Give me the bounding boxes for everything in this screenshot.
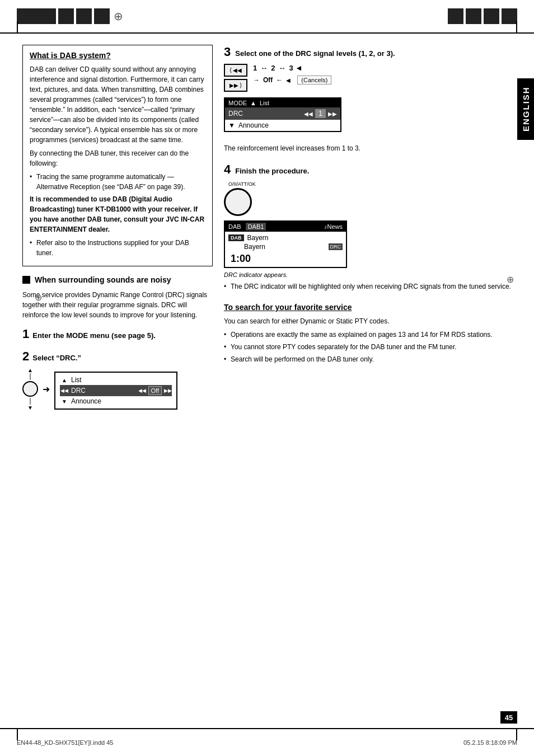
bar-r3 — [484, 8, 499, 24]
step-2-number: 2 — [22, 349, 29, 364]
up-arrow-icon: ▲ — [27, 367, 33, 373]
left-column: What is DAB system? DAB can deliver CD q… — [22, 45, 213, 419]
bottom-line-left — [17, 729, 18, 740]
right-cross-symbol: ⊕ — [507, 274, 514, 285]
left-arrows-1: ◀◀ — [233, 67, 242, 73]
arrow-right-indicator: ◀ — [286, 77, 291, 83]
announce-down-icon: ▼ — [60, 398, 69, 405]
seq-3: 3 — [289, 64, 293, 72]
drc-nav-r: ▶▶ — [164, 388, 172, 393]
bar1 — [17, 8, 56, 24]
mode-display-3: MODE ▲ List DRC ◀◀ 1 ▶▶ ▼ Announce — [224, 97, 341, 132]
dab-icon: DAB — [228, 234, 244, 241]
drc-nav-l: ◀◀ — [138, 388, 146, 393]
english-label: ENGLISH — [521, 87, 531, 132]
oii-row — [224, 188, 252, 216]
top-strip: ⊕ — [0, 0, 534, 34]
announce-label: Announce — [71, 397, 101, 405]
right-column: 3 Select one of the DRC signal levels (1… — [224, 45, 512, 419]
mode-header-3: MODE ▲ List — [225, 98, 340, 107]
bar-r1 — [448, 8, 463, 24]
drc-row-drc: ◀◀ DRC ◀◀ Off ▶▶ — [60, 385, 172, 396]
dab-channel: DAB1 — [246, 223, 266, 231]
bottom-strip: EN44-48_KD-SHX751[EY]I.indd 45 05.2.15 8… — [0, 728, 534, 756]
vol-up-icon: ⟩ — [240, 82, 242, 89]
step-4-header: 4 Finish the procedure. — [224, 162, 512, 177]
search-intro: You can search for either Dynamic or Sta… — [224, 316, 512, 326]
ctrl-btn-2: ▶▶ ⟩ — [224, 79, 247, 92]
step-3-header: 3 Select one of the DRC signal levels (1… — [224, 45, 512, 59]
drc-off-value: Off — [148, 386, 162, 395]
step-1: 1 Enter the MODE menu (see page 5). — [22, 327, 213, 341]
left-cross-symbol: ⊕ — [35, 292, 42, 303]
mode-nav-right: ▶▶ — [328, 111, 337, 117]
left-arrow-off: ← — [276, 76, 283, 84]
when-noisy-title: When surrounding sounds are noisy — [22, 275, 213, 284]
drc-nav-button — [22, 381, 38, 397]
seq-arrow-1: ↔ — [260, 64, 268, 72]
date-info: 05.2.15 8:18:09 PM — [463, 739, 517, 746]
reinforce-text: The reinforcement level increases from 1… — [224, 143, 512, 153]
mode-nav-left: ◀◀ — [304, 111, 313, 117]
step-2-header: 2 Select “DRC.” — [22, 349, 213, 364]
search-bullet-3: Search will be performed on the DAB tune… — [224, 354, 512, 364]
file-info: EN44-48_KD-SHX751[EY]I.indd 45 — [17, 739, 113, 746]
step-3: 3 Select one of the DRC signal levels (1… — [224, 45, 512, 132]
bar-r2 — [466, 8, 481, 24]
signal-controls-row: ⟨ ◀◀ ▶▶ ⟩ 1 ↔ 2 ↔ — [224, 64, 512, 92]
dab-header-row: DAB DAB1 ♪News — [225, 222, 346, 232]
cancels-label: (Cancels) — [301, 77, 327, 83]
news-badge: ♪News — [324, 223, 343, 230]
english-tab: ENGLISH — [517, 78, 534, 140]
seq-1: 1 — [253, 64, 257, 72]
cancels-badge: (Cancels) — [297, 76, 331, 84]
step-2: 2 Select “DRC.” ▲ ▼ — [22, 349, 213, 411]
top-line-left — [17, 21, 18, 32]
drc-display: ▲ List ◀◀ DRC ◀◀ Off ▶▶ — [54, 372, 177, 410]
drc-arrow-down: ▼ — [27, 398, 33, 411]
drc-badge: DRC — [329, 243, 343, 250]
control-buttons: ⟨ ◀◀ ▶▶ ⟩ — [224, 64, 247, 92]
mode-announce-icon: ▼ — [228, 121, 235, 129]
dab-icon-row: DAB Bayern — [228, 234, 343, 242]
mode-drc-nav: ◀◀ 1 ▶▶ — [304, 109, 337, 118]
dab-program-2-row: Bayern DRC — [228, 243, 343, 251]
step-3-number: 3 — [224, 45, 231, 59]
bar4 — [94, 8, 110, 24]
seq-arrow-2: ↔ — [278, 64, 285, 72]
search-bullet-2: You cannot store PTY codes separately fo… — [224, 342, 512, 352]
search-title: To search for your favorite service — [224, 303, 512, 312]
list-label: List — [71, 376, 82, 384]
when-noisy-text: Some service provides Dynamic Range Cont… — [22, 290, 213, 320]
arrow-line-down — [30, 398, 31, 405]
mode-list-label: List — [260, 100, 269, 106]
right-arrow-icon: ➜ — [43, 384, 50, 395]
what-is-dab-title: What is DAB system? — [30, 51, 205, 60]
oii-label: O/II/ATT/OK — [228, 181, 256, 187]
mode-announce-row: ▼ Announce — [225, 120, 340, 131]
mode-announce-label: Announce — [238, 121, 269, 129]
signal-select-diagram: ⟨ ◀◀ ▶▶ ⟩ 1 ↔ 2 ↔ — [224, 64, 512, 92]
main-content: What is DAB system? DAB can deliver CD q… — [0, 34, 534, 463]
page-number: 45 — [500, 711, 517, 724]
dab-display: DAB DAB1 ♪News DAB Bayern Bayern DRC 1:0… — [224, 220, 347, 268]
dab-bullet-2: Refer also to the Instructions supplied … — [30, 238, 205, 258]
step-4-number: 4 — [224, 162, 231, 177]
step-1-number: 1 — [22, 327, 29, 341]
dab-bold-paragraph: It is recommended to use DAB (Digital Au… — [30, 194, 205, 234]
oii-circle-button[interactable] — [224, 188, 252, 216]
right-arrows-2: ▶▶ — [229, 82, 238, 88]
bottom-line-right — [516, 729, 517, 740]
drc-highlight-bullet: The DRC indicator will be highlighted on… — [224, 281, 512, 292]
bar-r4 — [502, 8, 517, 24]
dab-label: DAB — [228, 223, 241, 230]
mode-drc-row: DRC ◀◀ 1 ▶▶ — [225, 107, 340, 120]
top-cross-symbol: ⊕ — [110, 10, 127, 23]
when-noisy-label: When surrounding sounds are noisy — [35, 275, 171, 284]
step-2-label: Select “DRC.” — [32, 354, 81, 362]
off-label: Off — [263, 76, 273, 84]
drc-menu-wrapper: ▲ ▼ ➜ ▲ List — [22, 367, 213, 411]
right-arrow-off: → — [253, 76, 260, 84]
dab-paragraph-2: By connecting the DAB tuner, this receiv… — [30, 148, 205, 168]
step-1-label: Enter the MODE menu (see page 5). — [32, 331, 156, 340]
